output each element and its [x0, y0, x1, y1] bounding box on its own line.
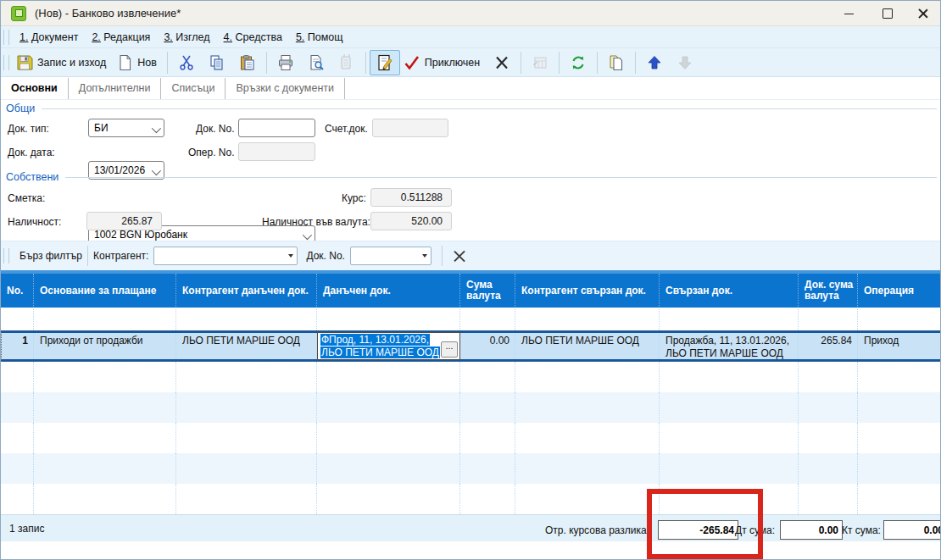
account-label: Сметка: — [8, 192, 45, 204]
move-up-button[interactable] — [639, 50, 670, 75]
filter-contragent-label: Контрагент: — [93, 250, 148, 262]
calculator-button — [525, 50, 555, 75]
chevron-down-icon — [152, 124, 161, 133]
refresh-button[interactable] — [563, 50, 593, 75]
cell-reason[interactable]: Приходи от продажби — [34, 333, 176, 359]
minimize-button[interactable] — [830, 1, 867, 26]
acc-doc-label: Счет.док. — [325, 123, 368, 135]
tab-strip: Основни Допълнителни Списъци Връзки с до… — [1, 77, 941, 100]
cell-tax-doc-editor[interactable]: ФПрод, 11, 13.01.2026, ЛЬО ПЕТИ МАРШЕ ОО… — [317, 332, 460, 360]
delete-button[interactable] — [487, 50, 517, 75]
column-header-contragent-linked[interactable]: Контрагент свързан док. — [515, 274, 660, 308]
maximize-button[interactable] — [869, 1, 906, 26]
doc-type-combo[interactable]: БИ — [88, 119, 164, 137]
neg-rate-diff-label: Отр. курсова разлика: — [545, 524, 649, 536]
cut-button[interactable] — [171, 50, 202, 75]
window-bottom-strip — [1, 541, 941, 560]
filter-contragent-combo[interactable] — [153, 247, 298, 265]
rate-readonly: 0.511288 — [370, 188, 452, 207]
new-doc-icon — [116, 54, 133, 71]
tab-vrazki[interactable]: Връзки с документи — [226, 78, 345, 99]
menu-grip-handle[interactable] — [3, 30, 9, 45]
doc-no-input[interactable] — [238, 119, 315, 137]
edit-document-button[interactable] — [370, 50, 400, 75]
maximize-icon — [883, 8, 893, 19]
column-header-tax-doc[interactable]: Данъчен док. — [317, 274, 460, 308]
cell-doc-sum-currency[interactable]: 265.84 — [799, 333, 858, 359]
finished-button[interactable]: Приключен — [400, 50, 487, 75]
new-button[interactable]: Нов — [113, 50, 164, 75]
print-preview-button[interactable] — [301, 50, 331, 75]
save-and-exit-label: Запис и изход — [37, 57, 106, 69]
check-icon — [404, 54, 420, 71]
filter-doc-no-combo[interactable] — [350, 247, 432, 265]
move-down-button — [670, 50, 700, 75]
balance-label: Наличност: — [8, 216, 61, 228]
filter-doc-no-label: Док. No. — [306, 250, 345, 262]
status-bar: 1 запис Отр. курсова разлика: -265.84 Дт… — [1, 514, 941, 541]
doc-no-label: Док. No. — [196, 123, 235, 135]
ellipsis-lookup-button[interactable]: ... — [441, 341, 458, 358]
cell-operation[interactable]: Приход — [858, 333, 941, 359]
print-preview-icon — [308, 54, 325, 71]
close-icon — [918, 8, 928, 19]
toolbar-grip-handle[interactable] — [3, 55, 9, 70]
kt-sum-label: Кт сума: — [842, 524, 881, 536]
grid-header: No. Основание за плащане Контрагент данъ… — [1, 270, 941, 308]
column-header-doc-sum-currency[interactable]: Док. сума валута — [799, 274, 858, 308]
menu-item-document[interactable]: 1. Документ — [13, 31, 85, 43]
column-header-linked-doc[interactable]: Свързан док. — [660, 274, 799, 308]
menu-item-edit[interactable]: 2. Редакция — [85, 31, 157, 43]
close-button[interactable] — [905, 1, 941, 26]
copy-button[interactable] — [202, 50, 232, 75]
toolbar-separator — [559, 52, 560, 74]
oper-no-readonly — [238, 142, 315, 161]
cell-linked-doc[interactable]: Продажба, 11, 13.01.2026, ЛЬО ПЕТИ МАРШЕ… — [660, 333, 799, 359]
tab-dopalnitelni[interactable]: Допълнителни — [69, 78, 162, 99]
save-icon — [16, 54, 33, 71]
menu-bar: 1. Документ 2. Редакция 3. Изглед 4. Сре… — [1, 26, 941, 48]
copy-document-button[interactable] — [601, 50, 632, 75]
tab-spisaci[interactable]: Списъци — [161, 78, 226, 99]
column-header-sum-currency[interactable]: Сума валута — [460, 274, 515, 308]
attach-button — [331, 50, 362, 75]
quick-filter-title: Бърз филтър — [19, 250, 82, 262]
cell-contragent-tax-doc[interactable]: ЛЬО ПЕТИ МАРШЕ ООД — [176, 333, 317, 359]
cell-row-number[interactable]: 1 — [1, 333, 34, 359]
filter-grip-handle[interactable] — [3, 248, 9, 263]
dropdown-arrow-icon — [422, 254, 427, 258]
refresh-icon — [570, 54, 587, 71]
column-header-no[interactable]: No. — [1, 274, 34, 308]
toolbar: Запис и изход Нов — [1, 48, 941, 77]
cell-sum-currency[interactable]: 0.00 — [460, 333, 515, 359]
column-header-operation[interactable]: Операция — [858, 274, 941, 308]
copy-icon — [209, 54, 226, 71]
menu-item-help[interactable]: 5. Помощ — [289, 31, 350, 43]
cell-contragent-linked-doc[interactable]: ЛЬО ПЕТИ МАРШЕ ООД — [515, 333, 660, 359]
new-label: Нов — [137, 57, 157, 69]
calculator-icon — [532, 54, 548, 71]
paste-button[interactable] — [232, 50, 263, 75]
balance-readonly: 265.87 — [86, 212, 162, 230]
menu-item-tools[interactable]: 4. Средства — [217, 31, 289, 43]
balance-currency-label: Наличност във валута: — [262, 216, 370, 228]
selected-text-line2: ЛЬО ПЕТИ МАРШЕ ООД — [320, 347, 440, 358]
filter-clear-button[interactable] — [453, 249, 466, 263]
dt-sum-value: 0.00 — [780, 520, 843, 540]
toolbar-separator — [521, 52, 521, 74]
arrow-up-icon — [646, 54, 663, 71]
neg-rate-diff-value: -265.84 — [658, 520, 738, 540]
record-count: 1 запис — [9, 523, 44, 535]
toolbar-separator — [635, 52, 636, 74]
print-icon — [277, 54, 294, 71]
grid-selected-row[interactable]: 1 Приходи от продажби ЛЬО ПЕТИ МАРШЕ ООД… — [1, 330, 941, 362]
attach-icon — [338, 54, 355, 71]
tab-osnovni[interactable]: Основни — [1, 78, 69, 99]
app-icon — [11, 6, 26, 21]
window-title: (Нов) - Банково извлечение* — [35, 7, 181, 19]
column-header-contragent-tax[interactable]: Контрагент данъчен док. — [176, 274, 317, 308]
menu-item-view[interactable]: 3. Изглед — [157, 31, 216, 43]
save-and-exit-button[interactable]: Запис и изход — [13, 50, 113, 75]
print-button[interactable] — [270, 50, 301, 75]
column-header-reason[interactable]: Основание за плащане — [34, 274, 176, 308]
